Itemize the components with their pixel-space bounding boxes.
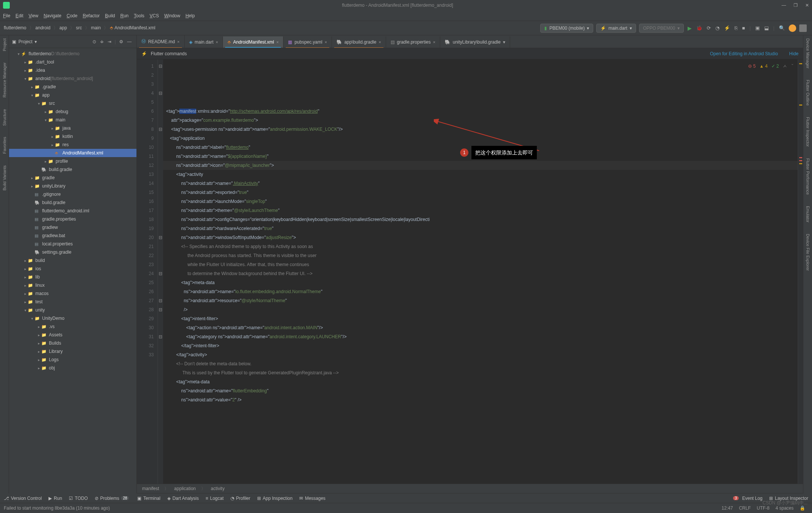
- hide-panel-icon[interactable]: —: [127, 39, 132, 44]
- tree-item[interactable]: 🐘settings.gradle: [9, 248, 136, 256]
- tree-item[interactable]: ▸📁unityLibrary: [9, 182, 136, 190]
- tree-item[interactable]: 🐘build.gradle: [9, 198, 136, 207]
- tree-item[interactable]: ▸📁obj: [9, 364, 136, 372]
- right-tool-emulator[interactable]: Emulator: [806, 206, 810, 222]
- tree-item[interactable]: ▸📁.vs: [9, 322, 136, 331]
- tree-item[interactable]: ▸📁gradle: [9, 174, 136, 182]
- crumb-0[interactable]: flutterdemo: [4, 25, 26, 30]
- tab-README-md[interactable]: ⓂREADME.md×: [137, 35, 185, 48]
- fold-gutter[interactable]: ⊟ ⊟ ⊟ ⊟ ⊟ ⊟⊟ ⊟: [158, 59, 163, 484]
- menu-help[interactable]: Help: [185, 13, 195, 18]
- tab-main-dart[interactable]: ◈main.dart×: [185, 36, 223, 48]
- menu-code[interactable]: Code: [67, 13, 77, 18]
- crumb-3[interactable]: src: [76, 25, 82, 30]
- right-tool-flutter-performance[interactable]: Flutter Performance: [806, 158, 810, 195]
- tree-item[interactable]: ▸📁linux: [9, 281, 136, 289]
- profile-icon[interactable]: ◔: [715, 25, 720, 31]
- menu-view[interactable]: View: [29, 13, 38, 18]
- status-readonly-icon[interactable]: 🔒: [800, 505, 805, 511]
- code-crumb-application[interactable]: application: [174, 486, 195, 491]
- tree-item[interactable]: ▾📁app: [9, 91, 136, 99]
- tree-item[interactable]: ▸📁Assets: [9, 331, 136, 339]
- tree-item[interactable]: ▸📁build: [9, 256, 136, 265]
- coverage-icon[interactable]: ⟳: [707, 25, 711, 31]
- tab-gradle-properties[interactable]: ▤gradle.properties×: [386, 36, 441, 48]
- tree-item[interactable]: ▤local.properties: [9, 240, 136, 248]
- bottom-tool-problems[interactable]: ⊘Problems28: [95, 496, 131, 501]
- project-view-selector[interactable]: ▣Project▾: [12, 39, 37, 44]
- left-tool-resource-manager[interactable]: Resource Manager: [2, 62, 7, 98]
- attach-icon[interactable]: ⎘: [735, 25, 738, 31]
- menu-tools[interactable]: Tools: [134, 13, 144, 18]
- right-tool-device-manager[interactable]: Device Manager: [806, 38, 810, 68]
- tree-item[interactable]: ▾📁src: [9, 99, 136, 107]
- bottom-tool-messages[interactable]: ✉Messages: [299, 496, 326, 501]
- run-config-selector[interactable]: ⚡main.dart▾: [596, 24, 636, 33]
- tree-item[interactable]: ▸📁macos: [9, 289, 136, 298]
- bottom-tool-todo[interactable]: ☑TODO: [69, 496, 88, 501]
- status-indent[interactable]: 4 spaces: [776, 505, 794, 511]
- crumb-2[interactable]: app: [59, 25, 67, 30]
- bottom-tool-run[interactable]: ▶Run: [48, 496, 62, 501]
- tree-item[interactable]: ▸📁lib: [9, 273, 136, 281]
- code-editor[interactable]: 1234567891011121314151617181920212223242…: [137, 59, 803, 484]
- search-icon[interactable]: 🔍: [779, 25, 785, 31]
- status-encoding[interactable]: UTF-8: [757, 505, 770, 511]
- tab-app-build-gradle[interactable]: 🐘app\build.gradle×: [332, 36, 386, 48]
- flutter-commands-label[interactable]: Flutter commands: [151, 51, 187, 56]
- tree-item[interactable]: ▸📁kotlin: [9, 132, 136, 141]
- device-selector[interactable]: ▮PBEM00 (mobile)▾: [540, 24, 593, 33]
- tree-item[interactable]: ▸📁.idea: [9, 66, 136, 74]
- bottom-tool-logcat[interactable]: ≡Logcat: [206, 496, 224, 501]
- bottom-tool-version-control[interactable]: ⎇Version Control: [4, 496, 42, 501]
- hot-reload-icon[interactable]: ⚡: [724, 25, 730, 31]
- tree-item[interactable]: ▸📁.dart_tool: [9, 58, 136, 66]
- tree-item[interactable]: ▤gradle.properties: [9, 215, 136, 223]
- tree-item[interactable]: ▸📁Logs: [9, 356, 136, 364]
- right-tool-device-file-explorer[interactable]: Device File Explorer: [806, 234, 810, 271]
- stop-icon[interactable]: ■: [742, 25, 745, 31]
- tree-item[interactable]: ▸📁debug: [9, 107, 136, 116]
- tree-item[interactable]: ▤flutterdemo_android.iml: [9, 207, 136, 215]
- code-crumb-manifest[interactable]: manifest: [142, 486, 159, 491]
- avd-icon[interactable]: ▣: [755, 25, 760, 31]
- maximize-icon[interactable]: ❐: [794, 3, 798, 8]
- tree-item[interactable]: ▾⚡flutterdemo D:\flutterdemo: [9, 50, 136, 58]
- menu-build[interactable]: Build: [105, 13, 115, 18]
- tree-item[interactable]: ▸📁test: [9, 298, 136, 306]
- close-icon[interactable]: ✕: [805, 3, 809, 8]
- status-crlf[interactable]: CRLF: [739, 505, 751, 511]
- tree-item[interactable]: ▤gradlew: [9, 223, 136, 232]
- error-stripe[interactable]: [798, 59, 803, 484]
- breadcrumb[interactable]: flutterdemo〉android〉app〉src〉main〉⬘ Andro…: [4, 25, 157, 31]
- account-icon[interactable]: [799, 24, 807, 32]
- code-breadcrumb[interactable]: manifest〉application〉activity: [137, 484, 803, 493]
- bottom-tool-dart-analysis[interactable]: ◈Dart Analysis: [167, 496, 199, 501]
- tab-pubspec-yaml[interactable]: ▦pubspec.yaml×: [283, 36, 332, 48]
- code-text[interactable]: ⊖ 5 ▲ 4 ✓ 2 ㅅ ﬞ 1 把这个权限添加上去即可 <tag">mani…: [163, 59, 798, 484]
- tree-item[interactable]: ▤gradlew.bat: [9, 232, 136, 240]
- tab-unityLibrary-build-gradle[interactable]: 🐘unityLibrary\build.gradle▾: [440, 36, 510, 48]
- menu-refactor[interactable]: Refactor: [83, 13, 100, 18]
- tree-item[interactable]: ⬘AndroidManifest.xml: [9, 149, 136, 157]
- left-tool-favorites[interactable]: Favorites: [2, 137, 7, 154]
- run-button[interactable]: ▶: [688, 25, 692, 31]
- settings-icon[interactable]: ⚙: [119, 39, 123, 44]
- status-time[interactable]: 12:47: [722, 505, 733, 511]
- crumb-1[interactable]: android: [35, 25, 50, 30]
- minimize-icon[interactable]: —: [782, 3, 786, 8]
- bottom-tool-terminal[interactable]: ▣Terminal: [137, 496, 160, 501]
- left-tool-build-variants[interactable]: Build Variants: [2, 165, 7, 191]
- event-log[interactable]: 3Event Log: [733, 496, 763, 501]
- line-number-gutter[interactable]: 1234567891011121314151617181920212223242…: [137, 59, 158, 484]
- tree-item[interactable]: ▸📁res: [9, 141, 136, 149]
- menu-file[interactable]: File: [3, 13, 10, 18]
- menu-edit[interactable]: Edit: [15, 13, 23, 18]
- emulator-selector[interactable]: OPPO PBEM00▾: [639, 24, 684, 33]
- code-crumb-activity[interactable]: activity: [211, 486, 225, 491]
- crumb-5[interactable]: AndroidManifest.xml: [114, 25, 155, 30]
- sdk-icon[interactable]: ⬓: [764, 25, 769, 31]
- tree-item[interactable]: ▾📁unity: [9, 306, 136, 314]
- menu-run[interactable]: Run: [120, 13, 129, 18]
- tree-item[interactable]: ▸📁profile: [9, 157, 136, 165]
